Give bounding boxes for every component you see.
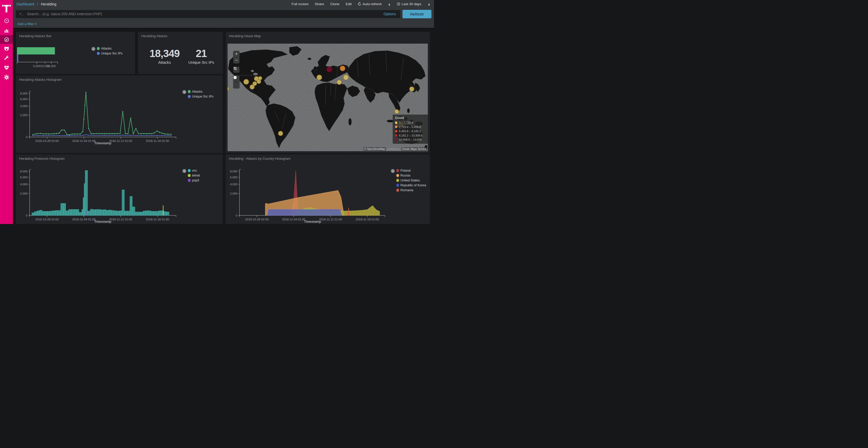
map-legend-item: 10,908.6 – 13,635 <box>395 138 426 142</box>
svg-text:4,000: 4,000 <box>230 183 238 186</box>
legend-item[interactable]: Republic of Korea <box>396 183 426 187</box>
svg-text:0: 0 <box>236 214 238 217</box>
elastic-maps-link[interactable]: Elastic Maps Service <box>401 147 427 151</box>
legend-item[interactable]: Russia <box>396 174 426 177</box>
map-legend-item: 5,455.8 – 8,182.2 <box>395 129 426 133</box>
svg-text:2018-10-28 02:00: 2018-10-28 02:00 <box>35 139 59 142</box>
legend-item[interactable]: Attacks <box>188 90 213 94</box>
legend-item[interactable]: Unique Src IPs <box>188 95 213 98</box>
sidebar-item-dev-tools[interactable] <box>0 54 13 63</box>
legend-toggle[interactable]: › <box>182 169 186 173</box>
legend-item[interactable]: United States <box>396 179 426 182</box>
attack-circle[interactable] <box>317 75 322 80</box>
sidebar-item-monitoring[interactable] <box>0 63 13 72</box>
attack-circle[interactable] <box>227 87 229 91</box>
svg-text:6,000: 6,000 <box>230 176 238 179</box>
legend-toggle[interactable]: › <box>91 47 95 51</box>
legend-item[interactable]: Poland <box>396 169 426 172</box>
attack-circle[interactable] <box>258 76 262 80</box>
attack-circle[interactable] <box>337 80 342 84</box>
dashboard-grid: Heralding Attacks Bar 5,00010,00015,000 … <box>13 28 434 224</box>
svg-text:6,000: 6,000 <box>20 98 28 101</box>
svg-text:Timestamp: Timestamp <box>94 220 111 223</box>
attack-circle[interactable] <box>395 109 399 113</box>
fit-bounds-button[interactable] <box>233 67 240 73</box>
full-screen-button[interactable]: Full screen <box>292 2 309 6</box>
map-fit-controls <box>233 67 240 73</box>
search-options-link[interactable]: Options <box>383 12 397 16</box>
svg-text:4,000: 4,000 <box>20 183 28 186</box>
panel-title: Heralding Attacks <box>138 32 223 38</box>
attack-circle[interactable] <box>343 75 348 80</box>
sidebar-item-t-pot[interactable] <box>0 44 13 54</box>
legend-item[interactable]: telnet <box>188 174 200 177</box>
svg-text:2018-11-18 01:00: 2018-11-18 01:00 <box>146 139 169 142</box>
zoom-in-button[interactable]: + <box>233 51 240 57</box>
zoom-out-button[interactable]: − <box>233 57 240 64</box>
map-draw-controls <box>233 76 240 88</box>
chart-legend: ›vnctelnetpop3 <box>182 169 200 182</box>
osm-link[interactable]: © OpenStreetMap <box>364 147 386 151</box>
filter-bar: Add a filter+ <box>13 20 434 28</box>
attacks-histogram-chart: 02,0004,0006,0008,0002018-10-28 02:00201… <box>16 75 223 153</box>
legend-item[interactable]: vnc <box>188 169 200 172</box>
sidebar-item-dashboard[interactable] <box>0 35 13 44</box>
telekom-logo[interactable] <box>0 0 13 16</box>
svg-text:6,000: 6,000 <box>20 176 28 179</box>
refresh-arrow-icon <box>358 2 361 6</box>
svg-text:Timestamp: Timestamp <box>304 220 321 223</box>
square-icon <box>233 76 237 79</box>
map-legend-item: 3 – 2,729.4 <box>395 120 426 125</box>
attack-circle[interactable] <box>244 79 249 84</box>
chart-legend: ›AttacksUnique Src IPs <box>91 47 122 55</box>
time-back-button[interactable]: ‹ <box>388 2 391 6</box>
panel-attacks-histogram: Heralding Attacks Histogram 02,0004,0006… <box>16 75 223 153</box>
legend-dot <box>396 188 399 192</box>
attack-circle[interactable] <box>253 81 257 86</box>
legend-item[interactable]: Unique Src IPs <box>97 51 122 55</box>
breadcrumb-dashboard-link[interactable]: Dashboard <box>17 2 34 6</box>
search-input[interactable] <box>27 12 380 16</box>
legend-dot <box>188 169 191 172</box>
attack-circle[interactable] <box>409 87 414 91</box>
panel-attack-map: Heralding Attack Map + − <box>225 32 430 153</box>
legend-toggle[interactable]: › <box>182 90 186 94</box>
refresh-button[interactable]: Refresh <box>402 10 431 18</box>
share-button[interactable]: Share <box>315 2 324 6</box>
legend-item[interactable]: Attacks <box>97 47 122 50</box>
map-legend: Count 3 – 2,729.42,729.4 – 5,455.85,455.… <box>393 114 428 144</box>
map-legend-title: Count <box>395 116 426 120</box>
attack-circle[interactable] <box>278 131 283 136</box>
legend-item[interactable]: pop3 <box>188 179 200 182</box>
attribution-text: contributors, <box>386 148 402 150</box>
svg-text:5,000: 5,000 <box>33 65 40 68</box>
chart-legend: ›PolandRussiaUnited StatesRepublic of Ko… <box>391 169 426 192</box>
metric-attacks: 18,349 Attacks <box>145 48 184 65</box>
kibana-dashboard-app: Dashboard / Heralding Full screen Share … <box>0 0 434 224</box>
metric-value: 18,349 <box>145 48 184 59</box>
legend-dot <box>188 90 191 93</box>
add-filter-button[interactable]: Add a filter+ <box>17 22 37 26</box>
legend-dot <box>396 184 399 187</box>
attack-circle[interactable] <box>327 67 332 72</box>
time-forward-button[interactable]: › <box>428 2 430 6</box>
svg-text:2,000: 2,000 <box>20 113 28 117</box>
sidebar-item-visualize[interactable] <box>0 26 13 35</box>
sidebar-item-discover[interactable] <box>0 16 13 26</box>
legend-toggle[interactable]: › <box>391 169 395 173</box>
svg-text:2018-11-11 01:00: 2018-11-11 01:00 <box>109 218 132 221</box>
draw-rectangle-button[interactable] <box>233 82 240 88</box>
svg-text:2018-10-28 02:00: 2018-10-28 02:00 <box>35 218 59 221</box>
clone-button[interactable]: Clone <box>331 2 339 6</box>
attack-circle[interactable] <box>340 66 345 71</box>
plus-icon: + <box>35 22 37 26</box>
sidebar-item-management[interactable] <box>0 72 13 82</box>
time-range-button[interactable]: Last 30 days <box>397 2 421 6</box>
legend-item[interactable]: Romania <box>396 188 426 192</box>
sidebar <box>0 0 13 224</box>
search-box: >_ Options <box>16 10 400 18</box>
auto-refresh-button[interactable]: Auto-refresh <box>358 2 381 6</box>
edit-button[interactable]: Edit <box>346 2 351 6</box>
svg-text:2,000: 2,000 <box>20 192 28 195</box>
world-map[interactable]: + − <box>227 44 428 151</box>
